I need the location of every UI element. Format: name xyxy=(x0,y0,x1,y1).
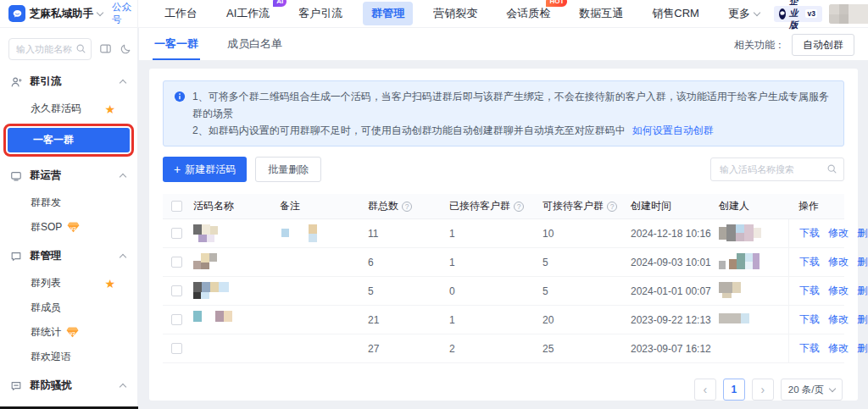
edit-link[interactable]: 修改 xyxy=(828,284,849,298)
delete-link[interactable]: 删除 xyxy=(857,341,868,356)
row-checkbox[interactable] xyxy=(171,228,182,239)
sidebar-item-group-mass-send[interactable]: 群群发 xyxy=(0,191,137,215)
delete-link[interactable]: 删除 xyxy=(857,312,868,327)
search-icon[interactable] xyxy=(826,163,837,177)
col-remark: 备注 xyxy=(280,199,368,213)
row-checkbox[interactable] xyxy=(171,314,182,325)
top-navbar: 芝麻私域助手 公众号 工作台 AI工作流AI 客户引流 群管理 营销裂变 会话质… xyxy=(0,0,868,28)
page-size-select[interactable]: 20 条/页 xyxy=(781,379,843,401)
create-group-qrcode-button[interactable]: + 新建群活码 xyxy=(163,157,247,182)
tab-member-whitelist[interactable]: 成员白名单 xyxy=(225,28,284,60)
sidebar-section-group-operation[interactable]: 群运营 xyxy=(0,159,137,191)
collapse-sidebar-icon[interactable] xyxy=(99,43,112,55)
sidebar-section-group-acquisition[interactable]: 群引流 xyxy=(0,65,137,97)
select-all-checkbox[interactable] xyxy=(171,201,182,212)
main-menu: 工作台 AI工作流AI 客户引流 群管理 营销裂变 会话质检HOT 数据互通 销… xyxy=(150,2,774,25)
redacted-qrcode-name xyxy=(193,253,280,272)
redacted-remark xyxy=(280,253,368,272)
row-actions: 下载 修改 删除 xyxy=(788,219,868,247)
row-actions: 下载 修改 删除 xyxy=(788,248,868,276)
section-collapse-icon xyxy=(120,174,126,180)
redacted-qrcode-name xyxy=(193,311,280,329)
favorite-star-icon[interactable]: ★ xyxy=(104,278,115,290)
table-header-row: 活码名称 备注 群总数? 已接待客户群? 可接待客户群? 创建时间 创建人 操作 xyxy=(163,194,844,219)
sidebar-item-group-list[interactable]: 群列表 ★ xyxy=(0,271,137,296)
sidebar-section-anti-harassment[interactable]: 群防骚扰 xyxy=(0,369,137,401)
user-plus-icon xyxy=(10,76,22,88)
batch-delete-button[interactable]: 批量删除 xyxy=(255,157,321,182)
more-chevron-down-icon xyxy=(754,8,760,15)
row-checkbox[interactable] xyxy=(171,285,182,296)
table-row: 21 1 20 2023-09-22 12:13 下载 修改 删除 xyxy=(163,306,844,334)
download-link[interactable]: 下载 xyxy=(799,341,820,356)
banner-line2: 2、如群码内设置的可用群聊不足时，可使用自动创群功能自动创建群聊并自动填充至对应… xyxy=(192,122,833,139)
brand-subtitle[interactable]: 公众号 xyxy=(112,1,137,26)
download-link[interactable]: 下载 xyxy=(799,284,820,298)
brand-area[interactable]: 芝麻私域助手 公众号 xyxy=(0,0,138,27)
menu-item-ai-workflow[interactable]: AI工作流AI xyxy=(218,2,278,25)
auto-create-group-button[interactable]: 自动创群 xyxy=(792,34,854,56)
col-available: 可接待客户群? xyxy=(542,199,631,213)
menu-item-sales-crm[interactable]: 销售CRM xyxy=(643,2,708,25)
available-count: 5 xyxy=(542,257,631,268)
available-count: 10 xyxy=(542,228,631,240)
sidebar-item-group-statistics[interactable]: 群统计 V2 xyxy=(0,320,137,345)
section-collapse-icon xyxy=(120,254,126,261)
sidebar-item-permanent-group-qrcode[interactable]: 永久群活码 ★ xyxy=(0,97,137,121)
download-link[interactable]: 下载 xyxy=(799,312,820,327)
edition-logo-icon xyxy=(779,8,786,19)
help-icon[interactable]: ? xyxy=(402,202,412,212)
hot-badge: HOT xyxy=(546,0,567,7)
delete-link[interactable]: 删除 xyxy=(857,255,868,269)
edition-badge: 企业版 v3 xyxy=(774,6,822,22)
avatar[interactable] xyxy=(829,4,868,24)
prev-page-button[interactable]: ‹ xyxy=(694,379,716,401)
row-actions: 下载 修改 删除 xyxy=(788,306,868,334)
main-area: 一客一群 成员白名单 相关功能： 自动创群 1、可将多个群二维码组合生成一个活码… xyxy=(139,28,868,409)
redacted-creator xyxy=(719,253,788,272)
sidebar-item-group-welcome-message[interactable]: 群欢迎语 xyxy=(0,345,137,369)
menu-item-more[interactable]: 更多 xyxy=(720,2,768,25)
created-time: 2023-09-22 12:13 xyxy=(631,314,719,326)
sidebar-item-group-sop[interactable]: 群SOP V2 xyxy=(0,215,137,240)
menu-item-workbench[interactable]: 工作台 xyxy=(156,2,206,25)
table-toolbar: + 新建群活码 批量删除 xyxy=(163,157,844,182)
menu-item-data-interchange[interactable]: 数据互通 xyxy=(570,2,632,25)
download-link[interactable]: 下载 xyxy=(799,255,820,269)
sidebar-item-one-customer-one-group[interactable]: 一客一群 xyxy=(8,128,130,152)
redacted-creator xyxy=(719,282,788,301)
edit-link[interactable]: 修改 xyxy=(828,341,849,356)
search-icon xyxy=(75,43,86,57)
current-page-button[interactable]: 1 xyxy=(723,379,745,401)
edit-link[interactable]: 修改 xyxy=(828,255,849,269)
download-link[interactable]: 下载 xyxy=(799,226,820,240)
menu-item-customer-acquisition[interactable]: 客户引流 xyxy=(290,2,351,25)
tab-one-customer-one-group[interactable]: 一客一群 xyxy=(153,28,200,60)
redacted-creator xyxy=(719,340,788,358)
menu-item-marketing-fission[interactable]: 营销裂变 xyxy=(425,2,486,25)
how-to-setup-auto-create-link[interactable]: 如何设置自动创群 xyxy=(632,124,714,136)
group-total: 27 xyxy=(368,343,449,355)
help-icon[interactable]: ? xyxy=(514,202,524,212)
row-checkbox[interactable] xyxy=(171,343,182,354)
menu-item-chat-inspection[interactable]: 会话质检HOT xyxy=(498,2,559,25)
chat-square-icon xyxy=(10,251,22,263)
row-actions: 下载 修改 删除 xyxy=(788,277,868,305)
created-time: 2024-09-03 10:01 xyxy=(631,257,719,268)
dark-mode-moon-icon[interactable] xyxy=(120,43,131,55)
pagination: ‹ 1 › 20 条/页 xyxy=(163,379,844,401)
row-checkbox[interactable] xyxy=(171,257,182,268)
sidebar-item-group-members[interactable]: 群成员 xyxy=(0,296,137,320)
col-serving: 已接待客户群? xyxy=(449,199,542,213)
favorite-star-icon[interactable]: ★ xyxy=(104,103,115,115)
delete-link[interactable]: 删除 xyxy=(857,284,868,298)
edit-link[interactable]: 修改 xyxy=(828,226,849,240)
brand-chevron-down-icon[interactable] xyxy=(97,8,103,15)
edit-link[interactable]: 修改 xyxy=(828,312,849,327)
sidebar-section-group-management[interactable]: 群管理 xyxy=(0,240,137,271)
qrcode-search-input[interactable] xyxy=(710,158,844,181)
delete-link[interactable]: 删除 xyxy=(857,226,868,240)
next-page-button[interactable]: › xyxy=(752,379,774,401)
menu-item-group-management[interactable]: 群管理 xyxy=(363,2,413,25)
help-icon[interactable]: ? xyxy=(607,202,617,212)
